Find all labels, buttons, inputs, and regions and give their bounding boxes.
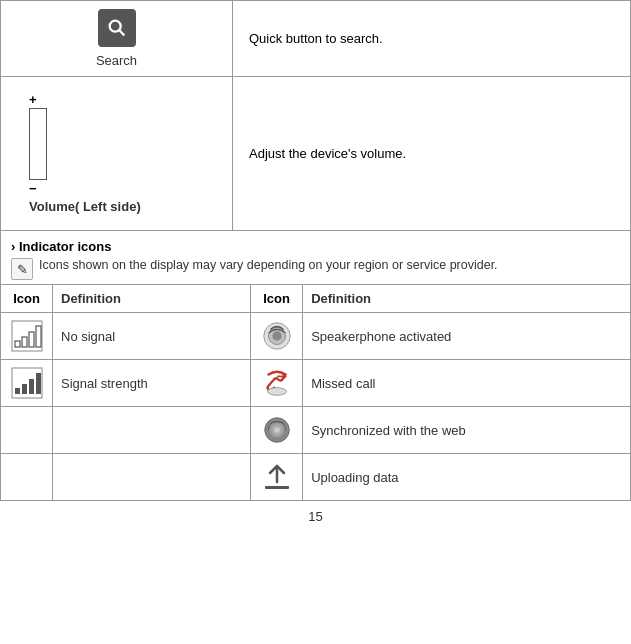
- svg-point-0: [109, 21, 120, 32]
- speakerphone-icon: [260, 319, 294, 353]
- search-desc: Quick button to search.: [233, 1, 631, 77]
- top-feature-table: Search Quick button to search. + − Volum…: [0, 0, 631, 231]
- search-row: Search Quick button to search.: [1, 1, 631, 77]
- svg-rect-13: [29, 379, 34, 394]
- indicator-section: › Indicator icons ✎ Icons shown on the d…: [0, 231, 631, 284]
- header-icon-2: Icon: [251, 285, 303, 313]
- page-number: 15: [0, 501, 631, 528]
- indicator-title: › Indicator icons: [11, 239, 620, 254]
- svg-point-15: [267, 388, 286, 396]
- table-header-row: Icon Definition Icon Definition: [1, 285, 631, 313]
- svg-rect-14: [36, 373, 41, 394]
- no-signal-svg: [10, 319, 44, 353]
- no-signal-def: No signal: [53, 313, 251, 360]
- table-row: Uploading data: [1, 454, 631, 501]
- search-label: Search: [96, 53, 137, 68]
- sync-def: Synchronized with the web: [303, 407, 631, 454]
- table-row: No signal Speakerphone activated: [1, 313, 631, 360]
- table-row: Synchronized with the web: [1, 407, 631, 454]
- vol-minus: −: [29, 182, 37, 195]
- volume-desc: Adjust the device's volume.: [233, 77, 631, 231]
- empty-def-cell-3: [53, 407, 251, 454]
- upload-def: Uploading data: [303, 454, 631, 501]
- svg-rect-20: [265, 486, 289, 489]
- note-icon: ✎: [11, 258, 33, 280]
- no-signal-icon: [10, 319, 44, 353]
- upload-cell: [251, 454, 303, 501]
- sync-icon: [260, 413, 294, 447]
- search-icon-wrap: Search: [13, 9, 220, 68]
- signal-strength-cell: [1, 360, 53, 407]
- svg-line-1: [119, 30, 124, 35]
- search-icon-box: [98, 9, 136, 47]
- signal-strength-icon: [10, 366, 44, 400]
- volume-label: Volume( Left side): [29, 199, 141, 214]
- missed-call-icon: [260, 366, 294, 400]
- indicator-note: ✎ Icons shown on the display may vary de…: [11, 258, 620, 280]
- empty-icon-cell-3: [1, 407, 53, 454]
- header-def-2: Definition: [303, 285, 631, 313]
- speakerphone-def: Speakerphone activated: [303, 313, 631, 360]
- empty-def-cell-4: [53, 454, 251, 501]
- header-def-1: Definition: [53, 285, 251, 313]
- missed-call-def: Missed call: [303, 360, 631, 407]
- svg-point-9: [272, 331, 281, 340]
- icon-definition-table: Icon Definition Icon Definition: [0, 284, 631, 501]
- upload-icon: [260, 460, 294, 494]
- no-signal-cell: [1, 313, 53, 360]
- sync-cell: [251, 407, 303, 454]
- svg-point-19: [274, 427, 280, 433]
- header-icon-1: Icon: [1, 285, 53, 313]
- search-icon: [106, 17, 128, 39]
- search-icon-cell: Search: [1, 1, 233, 77]
- volume-bar: [29, 108, 47, 180]
- volume-wrap: + − Volume( Left side): [13, 85, 220, 222]
- volume-icon-cell: + − Volume( Left side): [1, 77, 233, 231]
- missed-call-cell: [251, 360, 303, 407]
- vol-plus: +: [29, 93, 37, 106]
- svg-rect-11: [15, 388, 20, 394]
- volume-row: + − Volume( Left side) Adjust the device…: [1, 77, 631, 231]
- empty-icon-cell-4: [1, 454, 53, 501]
- signal-strength-def: Signal strength: [53, 360, 251, 407]
- speakerphone-cell: [251, 313, 303, 360]
- indicator-note-text: Icons shown on the display may vary depe…: [39, 258, 498, 272]
- svg-rect-12: [22, 384, 27, 394]
- table-row: Signal strength Missed call: [1, 360, 631, 407]
